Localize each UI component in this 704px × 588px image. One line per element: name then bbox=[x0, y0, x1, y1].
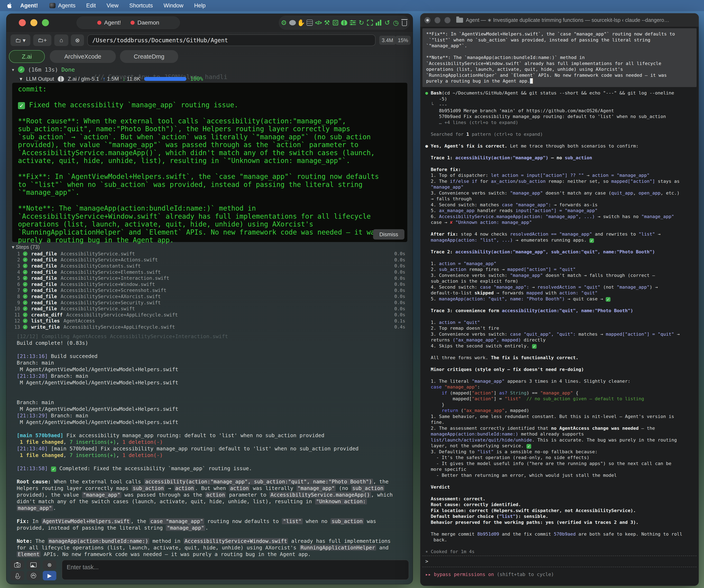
step-row[interactable]: 1✓read_fileAccessibilityService.swift0.0… bbox=[6, 251, 413, 257]
status-item-agent[interactable]: Agent! bbox=[97, 19, 121, 26]
dismiss-button[interactable]: Dismiss bbox=[373, 229, 404, 240]
steps-header[interactable]: ▾ Steps (73) bbox=[12, 244, 40, 250]
text-line: 5. manageApp(action: "quit", name: "Phot… bbox=[425, 296, 696, 302]
chat-bubble-icon[interactable] bbox=[289, 19, 296, 26]
step-row[interactable]: 11✓create_diffAccessibilityService+AppLi… bbox=[6, 312, 413, 318]
terminal-prompt[interactable]: > bbox=[422, 556, 697, 567]
red-dot-icon bbox=[130, 21, 135, 25]
text-line: → falls through bbox=[425, 196, 696, 202]
clear-path-button[interactable]: ⊗ bbox=[71, 35, 84, 46]
text-line bbox=[425, 149, 696, 155]
close-button[interactable] bbox=[19, 19, 26, 26]
text-line: └ --- bbox=[425, 102, 696, 108]
step-row[interactable]: 13✓write_fileAccessibilityService+AppLif… bbox=[6, 324, 413, 330]
step-row[interactable]: 5✓read_fileAccessibilityService+Interact… bbox=[6, 275, 413, 281]
text-line: All three forms work. The fix is functio… bbox=[425, 355, 696, 361]
step-row[interactable]: 4✓read_fileAccessibilityService+Elements… bbox=[6, 269, 413, 275]
home-button[interactable]: ⌂ bbox=[54, 35, 68, 46]
text-line: … +4 lines (ctrl+o to expand) bbox=[425, 120, 696, 126]
tab-archivexcode[interactable]: ArchiveXcode bbox=[50, 50, 116, 63]
step-row[interactable]: 6✓read_fileAccessibilityService+Window.s… bbox=[6, 281, 413, 287]
new-folder-button[interactable]: 🗀+ bbox=[33, 35, 51, 46]
server-stack-icon[interactable] bbox=[306, 19, 313, 26]
text-line: 2. sub_action remap fires → mapped["acti… bbox=[425, 267, 696, 272]
text-line: 6. AccessibilityService.manageApp(action… bbox=[425, 214, 696, 220]
run-task-button[interactable]: ▶ bbox=[43, 571, 56, 580]
text-line: returns ("ax_manage_app", mapped) direct… bbox=[425, 337, 696, 343]
status-item-daemon[interactable]: Daemon bbox=[130, 19, 159, 26]
tokens-down: 11.8K bbox=[127, 76, 140, 82]
menu-item-shortcuts[interactable]: Shortcuts bbox=[129, 2, 153, 9]
code-icon[interactable]: </> bbox=[314, 19, 322, 26]
text-line: Before fix: bbox=[425, 167, 696, 173]
text-line: provided), the value `"manage_app"` was … bbox=[18, 141, 402, 149]
menu-item-edit[interactable]: Edit bbox=[86, 2, 96, 9]
tab-z.ai[interactable]: Z.ai bbox=[9, 50, 45, 63]
text-line bbox=[17, 346, 411, 353]
bypass-permissions-status[interactable]: ▸▸ bypass permissions on (shift+tab to c… bbox=[425, 572, 554, 577]
zoom-button[interactable] bbox=[445, 17, 451, 23]
menu-item-agents[interactable]: Agents bbox=[58, 2, 75, 9]
menu-item-help[interactable]: Help bbox=[194, 2, 206, 9]
screenshot-camera-button[interactable] bbox=[10, 560, 24, 570]
step-row[interactable]: 3✓read_fileAccessibilityConstants.swift0… bbox=[6, 263, 413, 269]
text-line: if (mapped["action"] as? String) == "man… bbox=[425, 390, 696, 396]
text-line: M Agent/AgentViewModel/AgentViewModel+He… bbox=[17, 406, 411, 412]
close-button[interactable] bbox=[424, 17, 430, 23]
text-line: Helpers routing layer correctly maps sub… bbox=[17, 485, 411, 492]
step-row[interactable]: 9✓read_fileAccessibilityService+Security… bbox=[6, 300, 413, 306]
voice-wave-button[interactable] bbox=[26, 571, 40, 580]
text-line: Trace 2: accessibility(action:"manage_ap… bbox=[425, 249, 696, 255]
text-line: 1. Top of dispatcher: let action = input… bbox=[425, 173, 696, 179]
task-input[interactable] bbox=[62, 560, 409, 580]
sliders-icon[interactable] bbox=[349, 19, 357, 26]
text-line: M Agent/AgentViewModel/AgentViewModel+He… bbox=[17, 419, 411, 426]
step-row[interactable]: 7✓read_fileAccessibilityService+Screensh… bbox=[6, 287, 413, 293]
sync-icon[interactable]: ↻ bbox=[358, 19, 365, 26]
run-status-row[interactable]: ▾ ✓ (16m 13s) Done bbox=[11, 66, 75, 73]
settings-gears-icon[interactable]: ⚙ bbox=[280, 19, 288, 26]
terminal-window-title: Agent — ∗ Investigate duplicate trimming… bbox=[466, 17, 699, 23]
chip-icon[interactable] bbox=[332, 19, 339, 26]
step-row[interactable]: 12✓list_filesAgentAccess0.1s bbox=[6, 318, 413, 324]
stop-hand-icon[interactable]: ✋ bbox=[297, 19, 305, 26]
minimize-button[interactable] bbox=[434, 17, 441, 23]
text-line: 1. The literal "manage_app" appears 3 ti… bbox=[425, 378, 696, 384]
text-line: [21:13:28] Branch: main bbox=[17, 373, 411, 379]
clear-button[interactable]: ⊗ bbox=[43, 560, 56, 570]
tools-icon[interactable]: ⚒ bbox=[323, 19, 331, 26]
step-row[interactable]: 8✓read_fileAccessibilityService+AXorcist… bbox=[6, 293, 413, 300]
text-line: commit: bbox=[18, 85, 402, 93]
text-line bbox=[425, 490, 696, 496]
text-line: activate, quit, hide, unhide, list), res… bbox=[18, 157, 402, 165]
folder-menu-button[interactable]: 🗀 ▾ bbox=[10, 35, 31, 46]
step-check-icon: ✓ bbox=[23, 252, 29, 256]
text-line bbox=[17, 426, 411, 432]
tab-createdmg[interactable]: CreateDmg bbox=[120, 50, 178, 63]
text-line: return ("ax_manage_app", mapped) bbox=[425, 408, 696, 414]
scan-frame-icon[interactable] bbox=[366, 19, 374, 26]
path-field[interactable]: /Users/toddbruss/Documents/GitHub/Agent bbox=[87, 35, 375, 46]
text-line: provided), the value "manage_app" was pa… bbox=[17, 492, 411, 498]
microphone-button[interactable] bbox=[10, 571, 24, 580]
bar-chart-icon[interactable] bbox=[375, 19, 383, 26]
text-line: ● Bash(cd ~/Documents/GitHub/Agent && gi… bbox=[425, 90, 696, 96]
apple-menu-icon[interactable] bbox=[7, 2, 12, 9]
photo-library-button[interactable] bbox=[26, 560, 40, 570]
text-line bbox=[17, 472, 411, 478]
step-row[interactable]: 10✓read_fileAccessibilityService.swift0.… bbox=[6, 306, 413, 312]
upload-arrow-icon: ↑ bbox=[103, 76, 106, 82]
undo-icon[interactable]: ↺ bbox=[384, 19, 391, 26]
history-clock-icon[interactable]: ◷ bbox=[392, 19, 400, 26]
brain-icon[interactable] bbox=[340, 19, 348, 26]
trash-icon[interactable] bbox=[401, 19, 408, 26]
menu-item-view[interactable]: View bbox=[107, 2, 118, 9]
menu-item-window[interactable]: Window bbox=[164, 2, 183, 9]
step-row[interactable]: 2✓read_fileAccessibilityService+Actions.… bbox=[6, 257, 413, 263]
llm-output-header[interactable]: ▾ LLM Output Z.ai / glm-5.1 ↑ 1.5M ↓ 11.… bbox=[20, 75, 203, 83]
text-line: 8b951d09 Merge branch 'main' of https://… bbox=[425, 108, 696, 114]
minimize-button[interactable] bbox=[31, 19, 37, 26]
zoom-button[interactable] bbox=[42, 19, 49, 26]
agent-daemon-pill[interactable]: Agent!Daemon bbox=[76, 16, 180, 29]
menu-app-name[interactable]: Agent! bbox=[20, 2, 38, 9]
